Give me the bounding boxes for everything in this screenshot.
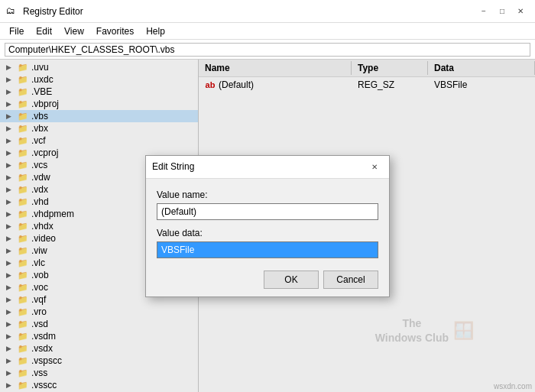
dialog-title-bar: Edit String ✕	[146, 156, 389, 179]
dialog-title: Edit String	[152, 161, 366, 172]
minimize-button[interactable]: −	[475, 3, 492, 20]
app-title: Registry Editor	[23, 6, 475, 17]
dialog-body: Value name: Value data: OK Cancel	[146, 179, 389, 296]
main-content: ▶📁.uvu▶📁.uxdc▶📁.VBE▶📁.vbproj▶📁.vbs▶📁.vbx…	[0, 60, 535, 392]
ok-button[interactable]: OK	[264, 271, 319, 289]
menu-favorites[interactable]: Favorites	[90, 24, 140, 37]
value-data-label: Value data:	[157, 228, 378, 238]
maximize-button[interactable]: □	[494, 3, 511, 20]
value-data-input[interactable]	[157, 241, 378, 258]
menu-view[interactable]: View	[58, 24, 90, 37]
value-name-input[interactable]	[157, 203, 378, 220]
dialog-buttons: OK Cancel	[157, 271, 378, 289]
value-name-label: Value name:	[157, 190, 378, 200]
app-icon: 🗂	[6, 5, 18, 18]
dialog-close-button[interactable]: ✕	[366, 158, 383, 175]
menu-help[interactable]: Help	[140, 24, 171, 37]
menu-bar: File Edit View Favorites Help	[0, 23, 535, 40]
edit-string-dialog: Edit String ✕ Value name: Value data: OK…	[145, 155, 390, 297]
close-button[interactable]: ✕	[512, 3, 529, 20]
address-input[interactable]	[5, 43, 530, 57]
address-bar	[0, 40, 535, 60]
cancel-button[interactable]: Cancel	[323, 271, 378, 289]
menu-edit[interactable]: Edit	[30, 24, 58, 37]
dialog-overlay: Edit String ✕ Value name: Value data: OK…	[0, 60, 535, 392]
menu-file[interactable]: File	[3, 24, 30, 37]
title-bar-controls: − □ ✕	[475, 3, 529, 20]
title-bar: 🗂 Registry Editor − □ ✕	[0, 0, 535, 23]
